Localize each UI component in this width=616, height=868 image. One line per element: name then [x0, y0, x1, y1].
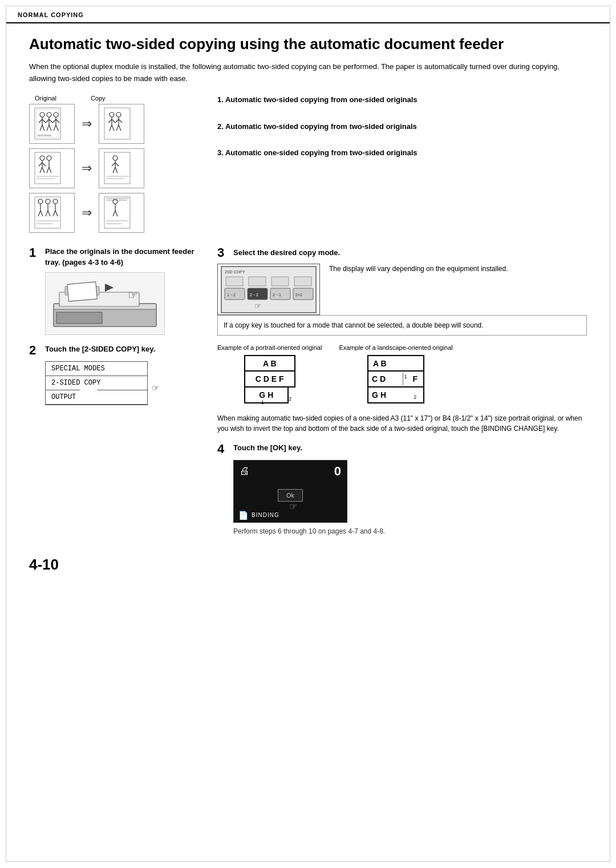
copy-doc-1	[99, 104, 144, 144]
intro-text: When the optional duplex module is insta…	[29, 61, 587, 85]
printer-icon: 🖨	[240, 465, 250, 477]
land-inner-table: C D 1 F	[368, 373, 423, 385]
svg-text:text lines: text lines	[38, 134, 51, 137]
diagram-labels: Original Copy	[35, 95, 200, 102]
step3-text: Select the desired copy mode.	[233, 248, 340, 258]
landscape-grid: A B C D 1	[367, 355, 424, 403]
step2-section: 2 Touch the [2-SIDED COPY] key. SPECIAL …	[29, 344, 200, 405]
grid-row-2: C D E F	[245, 371, 295, 387]
copy-modes-list: 1. Automatic two-sided copying from one-…	[217, 95, 587, 241]
copy-row-3: ⇒	[29, 193, 200, 233]
portrait-label: Example of a portrait-oriented original	[217, 344, 322, 352]
original-svg-3	[32, 196, 72, 230]
ok-hand-cursor: ☞	[289, 501, 297, 512]
copy-svg-2	[102, 151, 141, 185]
svg-text:2>2: 2>2	[295, 293, 302, 297]
header-bar: NORMAL COPYING	[6, 6, 610, 23]
original-svg-2	[32, 151, 72, 185]
arrow-2: ⇒	[82, 161, 92, 176]
hand-cursor: ☞	[152, 382, 159, 394]
beep-text: If a copy key is touched for a mode that…	[224, 321, 484, 329]
land-cell-gh: G H	[368, 389, 412, 401]
svg-text:2→1: 2→1	[273, 293, 281, 297]
svg-text:2SD COPY: 2SD COPY	[225, 270, 245, 274]
header-label: NORMAL COPYING	[18, 11, 84, 18]
landscape-label: Example of a landscape-oriented original	[339, 344, 452, 352]
grid-cell-ab: A B	[245, 356, 295, 372]
land-row-1: A B	[368, 356, 424, 372]
original-doc-2	[29, 148, 75, 188]
beep-info-box: If a copy key is touched for a mode that…	[217, 315, 587, 336]
feeder-diagram: ☞	[45, 272, 165, 335]
svg-rect-86	[56, 312, 102, 324]
land-inner-table2: G H 2	[368, 389, 423, 401]
main-content: Automatic two-sided copying using the au…	[6, 23, 610, 596]
page-container: NORMAL COPYING Automatic two-sided copyi…	[6, 6, 610, 862]
grid-cell-gh: G H	[245, 387, 288, 403]
arrow-1: ⇒	[82, 116, 92, 131]
ok-label: Ok	[286, 492, 294, 499]
display-number: 0	[334, 464, 341, 479]
portrait-grid-container: A B C D E F G H 2	[244, 355, 295, 406]
page-number: 4-10	[29, 556, 587, 574]
portrait-example: Example of a portrait-oriented original …	[217, 344, 322, 406]
land-cell-cd: C D	[368, 373, 403, 385]
special-modes-row[interactable]: SPECIAL MODES	[46, 362, 147, 376]
land-cell-ab: A B	[368, 356, 424, 372]
copy-label: Copy	[91, 95, 106, 102]
copy-svg-1	[102, 107, 141, 141]
step4-section: 4 Touch the [OK] key. 🖨 0 Ok	[217, 443, 587, 535]
original-svg-1: text lines	[32, 107, 72, 141]
special-modes-menu: SPECIAL MODES 2-SIDED COPY ☞ OUTPUT	[45, 361, 148, 405]
ok-button[interactable]: Ok	[278, 489, 303, 502]
step3-section: 3 Select the desired copy mode. 2SD COPY	[217, 247, 587, 433]
landscape-example: Example of a landscape-oriented original…	[339, 344, 452, 406]
perform-text: Perform steps 6 through 10 on pages 4-7 …	[233, 527, 587, 535]
land-sub2: 2	[412, 389, 423, 401]
land-row-3: G H 2	[368, 387, 424, 403]
land-cell-f: F	[412, 373, 424, 385]
original-doc-3	[29, 193, 75, 233]
binding-examples-row: Example of a portrait-oriented original …	[217, 344, 453, 406]
modes-list: 1. Automatic two-sided copying from one-…	[217, 95, 587, 158]
step4-text: Touch the [OK] key.	[233, 443, 302, 453]
svg-marker-84	[105, 284, 114, 292]
step3-inner: 2SD COPY 1→2 2→2 2→1 2>2	[217, 264, 587, 315]
page-title: Automatic two-sided copying using the au…	[29, 35, 587, 54]
copy-svg-3	[102, 196, 141, 230]
step3-header: 3 Select the desired copy mode.	[217, 247, 587, 259]
svg-rect-34	[35, 152, 60, 184]
ok-display-mid: Ok ☞	[234, 482, 347, 508]
original-doc-1: text lines	[29, 104, 75, 144]
step3-num: 3	[217, 247, 230, 259]
step2-text: Touch the [2-SIDED COPY] key.	[45, 344, 155, 354]
step4-header: 4 Touch the [OK] key.	[217, 443, 587, 455]
step1-text: Place the originals in the document feed…	[45, 247, 200, 267]
step3-display-box: 2SD COPY 1→2 2→2 2→1 2>2	[217, 264, 320, 315]
step1-image: ☞	[45, 272, 200, 335]
ok-button-area: Ok ☞	[278, 489, 303, 502]
portrait-sub1: 1	[261, 399, 264, 405]
copy-row-2: ⇒	[29, 148, 200, 188]
right-steps: 3 Select the desired copy mode. 2SD COPY	[217, 247, 587, 544]
two-sided-copy-row[interactable]: 2-SIDED COPY ☞	[46, 376, 147, 390]
ok-display-box: 🖨 0 Ok ☞ 📄	[233, 460, 347, 523]
special-modes-label: SPECIAL MODES	[51, 365, 105, 373]
step2-header: 2 Touch the [2-SIDED COPY] key.	[29, 344, 200, 357]
ok-display-top: 🖨 0	[234, 461, 347, 482]
feeder-svg: ☞	[48, 275, 162, 332]
svg-text:☞: ☞	[128, 289, 138, 301]
diagram-area: Original Copy	[29, 95, 200, 241]
svg-rect-83	[67, 282, 97, 301]
copy-doc-3	[99, 193, 144, 233]
left-steps: 1 Place the originals in the document fe…	[29, 247, 200, 544]
output-row[interactable]: OUTPUT	[46, 390, 147, 405]
svg-text:1→2: 1→2	[227, 293, 236, 297]
mode-item-2: 2. Automatic two-sided copying from two-…	[217, 122, 587, 132]
grid-row-3: G H 2	[245, 387, 295, 403]
svg-rect-101	[294, 277, 311, 286]
step3-caption: The display will vary depending on the e…	[329, 264, 508, 274]
step1-header: 1 Place the originals in the document fe…	[29, 247, 200, 267]
grid-row-1: A B	[245, 356, 295, 372]
when-making-text: When making automatic two-sided copies o…	[217, 413, 587, 434]
